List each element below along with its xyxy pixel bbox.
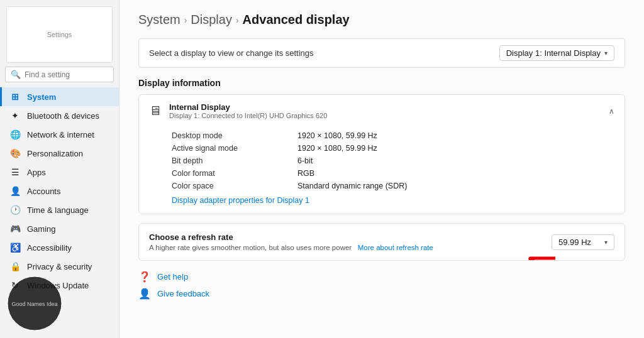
info-row-bit-depth: Bit depth 6-bit xyxy=(172,155,614,167)
main-content: System › Display › Advanced display Sele… xyxy=(119,0,644,338)
refresh-rate-desc-text: A higher rate gives smoother motion, but… xyxy=(149,244,352,251)
chevron-down-icon: ▾ xyxy=(604,50,608,57)
network-icon: 🌐 xyxy=(9,129,21,139)
info-row-desktop-mode: Desktop mode 1920 × 1080, 59.99 Hz xyxy=(172,129,614,142)
get-help-icon: ❓ xyxy=(138,271,151,283)
sidebar-item-personalization[interactable]: 🎨 Personalization xyxy=(0,144,119,163)
system-icon: ⊞ xyxy=(9,92,21,102)
gaming-icon: 🎮 xyxy=(9,224,21,234)
sidebar-label-bluetooth: Bluetooth & devices xyxy=(27,111,99,121)
sidebar-item-network[interactable]: 🌐 Network & internet xyxy=(0,125,119,144)
breadcrumb: System › Display › Advanced display xyxy=(138,13,625,27)
display-selector-label: Select a display to view or change its s… xyxy=(149,48,314,58)
bit-depth-value: 6-bit xyxy=(297,156,313,165)
sidebar-nav: ⊞ System ✦ Bluetooth & devices 🌐 Network… xyxy=(0,87,119,338)
sidebar-item-privacy[interactable]: 🔒 Privacy & security xyxy=(0,257,119,276)
color-space-value: Standard dynamic range (SDR) xyxy=(297,182,407,190)
display-info-card: 🖥 Internal Display Display 1: Connected … xyxy=(138,94,625,214)
breadcrumb-current: Advanced display xyxy=(243,13,350,27)
info-row-signal-mode: Active signal mode 1920 × 1080, 59.99 Hz xyxy=(172,142,614,155)
windows-update-icon: ↻ xyxy=(9,280,21,290)
breadcrumb-system[interactable]: System xyxy=(138,13,180,27)
sidebar-label-time: Time & language xyxy=(27,205,89,215)
signal-mode-label: Active signal mode xyxy=(172,144,297,153)
get-help-label: Get help xyxy=(157,272,188,281)
refresh-rate-value: 59.99 Hz xyxy=(558,237,591,247)
sidebar-label-personalization: Personalization xyxy=(27,149,83,158)
signal-mode-value: 1920 × 1080, 59.99 Hz xyxy=(297,144,377,153)
breadcrumb-sep2: › xyxy=(236,15,239,25)
personalization-icon: 🎨 xyxy=(9,148,21,158)
info-card-collapse-icon[interactable]: ∧ xyxy=(609,107,614,116)
search-icon: 🔍 xyxy=(11,70,21,79)
sidebar-item-system[interactable]: ⊞ System xyxy=(0,87,119,106)
sidebar-item-apps[interactable]: ☰ Apps xyxy=(0,163,119,182)
info-row-color-space: Color space Standard dynamic range (SDR) xyxy=(172,180,614,192)
sidebar-label-privacy: Privacy & security xyxy=(27,262,92,271)
sidebar-item-bluetooth[interactable]: ✦ Bluetooth & devices xyxy=(0,106,119,125)
breadcrumb-sep1: › xyxy=(184,15,187,25)
give-feedback-label: Give feedback xyxy=(157,289,209,298)
bit-depth-label: Bit depth xyxy=(172,156,297,165)
display-subtitle: Display 1: Connected to Intel(R) UHD Gra… xyxy=(169,112,327,119)
sidebar: Settings 🔍 ⊞ System ✦ Bluetooth & device… xyxy=(0,0,119,338)
desktop-mode-label: Desktop mode xyxy=(172,131,297,140)
info-row-color-format: Color format RGB xyxy=(172,167,614,180)
search-input[interactable] xyxy=(25,70,108,79)
privacy-icon: 🔒 xyxy=(9,261,21,271)
monitor-icon: 🖥 xyxy=(149,104,162,118)
display-info-section-title: Display information xyxy=(138,78,625,88)
display-info-card-body: Desktop mode 1920 × 1080, 59.99 Hz Activ… xyxy=(139,127,625,214)
sidebar-logo-area: Settings xyxy=(6,6,113,63)
adapter-properties-link[interactable]: Display adapter properties for Display 1 xyxy=(172,196,309,205)
color-space-label: Color space xyxy=(172,182,297,190)
display-selector-bar: Select a display to view or change its s… xyxy=(138,38,625,68)
refresh-chevron-icon: ▾ xyxy=(604,239,608,246)
time-icon: 🕐 xyxy=(9,205,21,215)
sidebar-item-accounts[interactable]: 👤 Accounts xyxy=(0,182,119,200)
color-format-label: Color format xyxy=(172,169,297,178)
give-feedback-item[interactable]: 👤 Give feedback xyxy=(138,288,625,300)
info-card-header-left: 🖥 Internal Display Display 1: Connected … xyxy=(149,102,327,119)
accessibility-icon: ♿ xyxy=(9,243,21,253)
bluetooth-icon: ✦ xyxy=(9,111,21,121)
sidebar-logo-label: Settings xyxy=(47,31,72,38)
sidebar-label-windows-update: Windows Update xyxy=(27,281,89,290)
sidebar-item-accessibility[interactable]: ♿ Accessibility xyxy=(0,238,119,257)
refresh-rate-desc: A higher rate gives smoother motion, but… xyxy=(149,244,433,251)
display-info-title-block: Internal Display Display 1: Connected to… xyxy=(169,102,327,119)
refresh-rate-title: Choose a refresh rate xyxy=(149,232,433,242)
sidebar-search-bar[interactable]: 🔍 xyxy=(5,67,114,82)
sidebar-item-windows-update[interactable]: ↻ Windows Update xyxy=(0,276,119,295)
sidebar-item-gaming[interactable]: 🎮 Gaming xyxy=(0,219,119,238)
display-name: Internal Display xyxy=(169,102,327,112)
desktop-mode-value: 1920 × 1080, 59.99 Hz xyxy=(297,131,377,140)
refresh-rate-dropdown[interactable]: 59.99 Hz ▾ xyxy=(552,234,614,250)
sidebar-label-gaming: Gaming xyxy=(27,224,56,234)
refresh-rate-card: Choose a refresh rate A higher rate give… xyxy=(138,223,625,261)
feedback-icon: 👤 xyxy=(138,288,151,300)
sidebar-label-apps: Apps xyxy=(27,168,46,177)
sidebar-label-accessibility: Accessibility xyxy=(27,243,72,253)
accounts-icon: 👤 xyxy=(9,186,21,196)
refresh-rate-info: Choose a refresh rate A higher rate give… xyxy=(149,232,433,251)
display-selector-dropdown[interactable]: Display 1: Internal Display ▾ xyxy=(499,45,614,61)
sidebar-label-network: Network & internet xyxy=(27,130,94,139)
get-help-item[interactable]: ❓ Get help xyxy=(138,271,625,283)
refresh-rate-link[interactable]: More about refresh rate xyxy=(358,244,433,251)
breadcrumb-display[interactable]: Display xyxy=(191,13,232,27)
apps-icon: ☰ xyxy=(9,167,21,177)
help-section: ❓ Get help 👤 Give feedback xyxy=(138,271,625,300)
display-selector-value: Display 1: Internal Display xyxy=(506,48,601,58)
sidebar-label-system: System xyxy=(27,92,56,102)
sidebar-item-time[interactable]: 🕐 Time & language xyxy=(0,200,119,219)
color-format-value: RGB xyxy=(297,169,314,178)
sidebar-label-accounts: Accounts xyxy=(27,187,60,196)
display-info-card-header[interactable]: 🖥 Internal Display Display 1: Connected … xyxy=(139,95,625,127)
